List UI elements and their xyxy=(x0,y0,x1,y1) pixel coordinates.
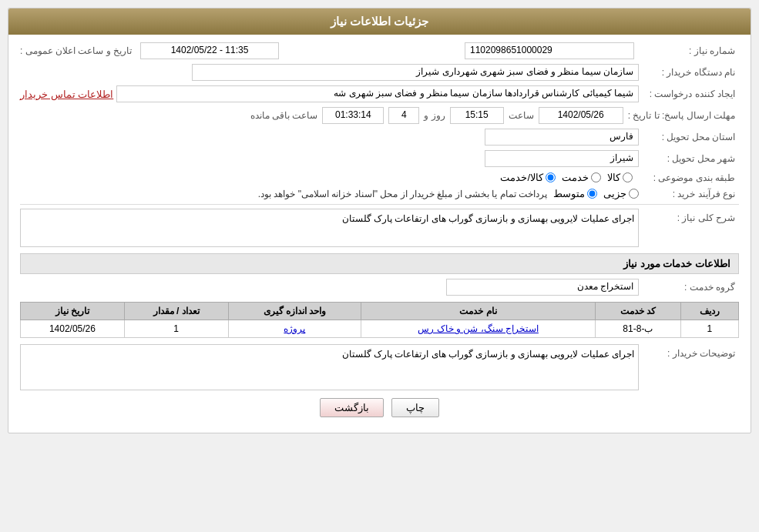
ostan-label: استان محل تحویل : xyxy=(639,132,739,142)
col-name: نام خدمت xyxy=(361,303,596,320)
radio-jozi-label: جزیی xyxy=(603,188,626,199)
cell-radif: 1 xyxy=(680,320,738,338)
sharh-label: شرح کلی نیاز : xyxy=(639,209,739,223)
nooa-farayand-label: نوع فرآیند خرید : xyxy=(639,189,739,199)
print-button[interactable]: چاپ xyxy=(391,398,439,417)
col-tarikh: تاریخ نیاز xyxy=(21,303,125,320)
shahr-label: شهر محل تحویل : xyxy=(639,153,739,164)
radio-kala-label: کالا xyxy=(607,172,620,183)
ijad-konande-label: ایجاد کننده درخواست : xyxy=(639,89,739,99)
cell-tarikh: 1402/05/26 xyxy=(21,320,125,338)
radio-jozi-input[interactable] xyxy=(629,189,639,199)
page-title: جزئیات اطلاعات نیاز xyxy=(8,8,751,35)
mohlat-saat-label: ساعت xyxy=(509,110,534,121)
mohlat-rooz-label: روز و xyxy=(424,110,445,121)
khadamat-header: اطلاعات خدمات مورد نیاز xyxy=(20,253,739,274)
gorooh-value: استخراج معدن xyxy=(446,279,639,296)
radio-kala-input[interactable] xyxy=(623,172,633,182)
radio-kala-khedmat[interactable]: کالا/خدمت xyxy=(500,172,556,183)
mohlat-saat: 15:15 xyxy=(450,107,504,124)
radio-khedmat-input[interactable] xyxy=(591,172,601,182)
cell-name[interactable]: استخراج سنگ، شن و خاک رس xyxy=(361,320,596,338)
cell-tedad: 1 xyxy=(124,320,228,338)
ostan-value: فارس xyxy=(485,129,639,146)
radio-motovaset[interactable]: متوسط xyxy=(553,188,597,199)
radio-motovaset-label: متوسط xyxy=(553,188,585,199)
back-button[interactable]: بازگشت xyxy=(320,398,384,417)
radio-khedmat[interactable]: خدمت xyxy=(562,172,601,183)
col-radif: ردیف xyxy=(680,303,738,320)
col-kod: کد خدمت xyxy=(595,303,680,320)
tarikh-elan-value: 1402/05/22 - 11:35 xyxy=(140,42,279,59)
shomare-niaz-value: 1102098651000029 xyxy=(465,42,634,59)
radio-motovaset-input[interactable] xyxy=(587,189,597,199)
ijad-konande-value: شیما کیمیائی کارشناس قراردادها سازمان سی… xyxy=(116,85,639,102)
mohlat-baqi: 01:33:14 xyxy=(322,107,384,124)
mohlat-label: مهلت ارسال پاسخ: تا تاریخ : xyxy=(628,110,739,121)
radio-jozi[interactable]: جزیی xyxy=(603,188,639,199)
radio-khedmat-label: خدمت xyxy=(562,172,589,183)
radio-kala-khedmat-label: کالا/خدمت xyxy=(500,172,543,183)
shomare-niaz-label: شماره نیاز : xyxy=(639,45,739,56)
cell-kod: ب-8-81 xyxy=(595,320,680,338)
radio-kala-khedmat-input[interactable] xyxy=(546,172,556,182)
tozihat-value: اجرای عملیات لایرویی بهسازی و بازسازی گو… xyxy=(20,344,639,390)
col-tedad: تعداد / مقدار xyxy=(124,303,228,320)
gorooh-label: گروه خدمت : xyxy=(639,282,739,293)
tabaqe-label: طبقه بندی موضوعی : xyxy=(639,172,739,183)
mohlat-baqi-label: ساعت باقی مانده xyxy=(250,110,318,121)
sharh-value: اجرای عملیات لایرویی بهسازی و بازسازی گو… xyxy=(20,209,639,247)
cell-vahed[interactable]: پروژه xyxy=(228,320,361,338)
table-row: 1 ب-8-81 استخراج سنگ، شن و خاک رس پروژه … xyxy=(21,320,739,338)
radio-kala[interactable]: کالا xyxy=(607,172,633,183)
col-vahed: واحد اندازه گیری xyxy=(228,303,361,320)
tozihat-label: توضیحات خریدار : xyxy=(639,344,739,359)
mohlat-date: 1402/05/26 xyxy=(539,107,623,124)
ijad-konande-link[interactable]: اطلاعات تماس خریدار xyxy=(20,89,113,100)
nooa-farayand-note: پرداخت تمام یا بخشی از مبلغ خریدار از مح… xyxy=(258,189,547,199)
mohlat-rooz: 4 xyxy=(388,107,419,124)
name-dastgah-label: نام دستگاه خریدار : xyxy=(639,67,739,78)
khadamat-table: ردیف کد خدمت نام خدمت واحد اندازه گیری ت… xyxy=(20,302,739,338)
tarikh-elan-label: تاریخ و ساعت اعلان عمومی : xyxy=(20,45,136,56)
name-dastgah-value: سازمان سیما منظر و فضای سبز شهری شهرداری… xyxy=(192,64,639,81)
shahr-value: شیراز xyxy=(485,150,639,167)
